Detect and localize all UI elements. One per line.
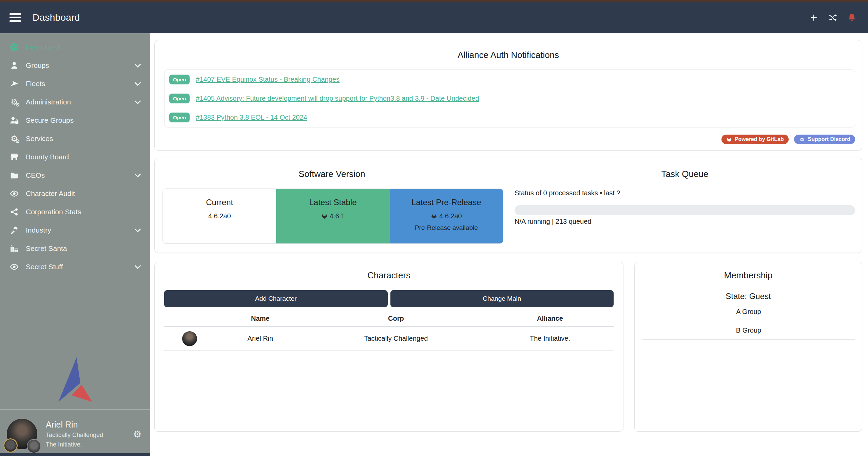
discord-icon bbox=[799, 137, 805, 142]
gitlab-badge-label: Powered by GitLab bbox=[735, 136, 784, 142]
bell-icon[interactable] bbox=[847, 13, 856, 22]
sidebar-item-bounty-board[interactable]: Bounty Board bbox=[0, 148, 150, 166]
sidebar-item-fleets[interactable]: Fleets bbox=[0, 75, 150, 93]
change-main-button[interactable]: Change Main bbox=[390, 290, 614, 307]
membership-title: Membership bbox=[635, 270, 862, 281]
chevron-down-icon bbox=[133, 61, 142, 70]
sidebar-item-administration[interactable]: ⚙⚙ Administration bbox=[0, 93, 150, 111]
notification-link[interactable]: #1407 EVE Equinox Status - Breaking Chan… bbox=[196, 76, 340, 83]
store-icon bbox=[9, 152, 20, 162]
task-queue-title: Task Queue bbox=[515, 169, 855, 179]
chevron-down-icon bbox=[133, 262, 142, 271]
version-box-stable: Latest Stable 4.6.1 bbox=[276, 189, 389, 243]
sidebar-item-label: Bounty Board bbox=[26, 153, 142, 161]
sidebar-item-label: Character Audit bbox=[26, 190, 142, 198]
task-queue-summary: N/A running | 213 queued bbox=[515, 218, 591, 225]
list-item: Open #1407 EVE Equinox Status - Breaking… bbox=[165, 70, 855, 89]
corp-logo-badge bbox=[3, 438, 18, 453]
gauge-icon bbox=[9, 42, 20, 52]
sidebar-item-label: Groups bbox=[26, 61, 133, 70]
version-box-prerelease: Latest Pre-Release 4.6.2a0 Pre-Release a… bbox=[390, 189, 503, 243]
hammer-icon bbox=[9, 225, 20, 235]
status-badge: Open bbox=[169, 75, 190, 84]
table-row: Ariel Rin Tactically Challenged The Init… bbox=[164, 327, 614, 351]
column-header-corp: Corp bbox=[306, 315, 486, 322]
column-header-alliance: Alliance bbox=[486, 315, 614, 322]
user-alliance: The Initiative. bbox=[46, 441, 82, 448]
characters-card: Characters Add Character Change Main Nam… bbox=[154, 262, 623, 432]
sidebar-item-secret-stuff[interactable]: Secret Stuff bbox=[0, 258, 150, 276]
page-title: Dashboard bbox=[33, 12, 80, 23]
notifications-card: Alliance Auth Notifications Open #1407 E… bbox=[154, 40, 862, 151]
gear-icon[interactable]: ⚙ bbox=[133, 430, 141, 439]
character-alliance: The Initiative. bbox=[486, 335, 614, 342]
software-version-card: Software Version Current 4.6.2a0 Latest … bbox=[154, 158, 862, 253]
chevron-down-icon bbox=[133, 79, 142, 88]
notification-link[interactable]: #1383 Python 3.8 EOL - 14 Oct 2024 bbox=[196, 114, 307, 121]
alliance-logo bbox=[54, 357, 96, 403]
gitlab-icon bbox=[321, 213, 328, 219]
characters-title: Characters bbox=[155, 270, 623, 281]
notifications-list: Open #1407 EVE Equinox Status - Breaking… bbox=[164, 70, 855, 127]
version-boxes: Current 4.6.2a0 Latest Stable 4.6.1 Late… bbox=[162, 189, 503, 244]
sidebar-item-services[interactable]: ⚙⚙ Services bbox=[0, 130, 150, 148]
notification-link[interactable]: #1405 Advisory: Future development will … bbox=[196, 95, 479, 102]
alliance-logo-badge bbox=[27, 439, 41, 453]
sidebar-item-corporation-stats[interactable]: Corporation Stats bbox=[0, 203, 150, 221]
notifications-title: Alliance Auth Notifications bbox=[155, 50, 862, 60]
characters-table: Name Corp Alliance Ariel Rin Tactically … bbox=[164, 311, 614, 351]
chevron-down-icon bbox=[133, 226, 142, 235]
sidebar-item-label: Corporation Stats bbox=[26, 208, 142, 216]
menu-toggle-icon[interactable] bbox=[9, 13, 21, 22]
sidebar-item-label: Administration bbox=[26, 98, 133, 106]
eye-icon bbox=[9, 262, 20, 272]
sidebar-item-label: CEOs bbox=[26, 171, 133, 179]
top-navbar: Dashboard bbox=[0, 2, 868, 33]
task-queue-progress-bar bbox=[515, 205, 855, 215]
gitlab-icon bbox=[431, 213, 437, 219]
task-queue-status: Status of 0 processed tasks • last ? bbox=[515, 189, 620, 197]
list-item: Open #1405 Advisory: Future development … bbox=[165, 89, 855, 108]
character-portrait bbox=[182, 331, 197, 346]
list-item: A Group bbox=[642, 302, 855, 321]
gears-icon: ⚙⚙ bbox=[9, 97, 20, 107]
chevron-down-icon bbox=[133, 171, 142, 180]
user-panel: Ariel Rin Tactically Challenged The Init… bbox=[0, 412, 150, 456]
sidebar-item-secure-groups[interactable]: Secure Groups bbox=[0, 111, 150, 130]
membership-state: State: Guest bbox=[635, 292, 862, 301]
user-corp: Tactically Challenged bbox=[46, 432, 103, 439]
sidebar-item-dashboard[interactable]: Dashboard bbox=[0, 38, 150, 56]
sidebar-footer-strip bbox=[0, 453, 150, 456]
sidebar: Dashboard Groups Fleets ⚙⚙ Administratio… bbox=[0, 33, 150, 456]
table-header-row: Name Corp Alliance bbox=[164, 311, 614, 327]
sidebar-item-label: Secret Santa bbox=[26, 244, 142, 253]
sidebar-item-secret-santa[interactable]: Secret Santa bbox=[0, 239, 150, 258]
sidebar-item-ceos[interactable]: CEOs bbox=[0, 166, 150, 184]
discord-badge[interactable]: Support Discord bbox=[794, 135, 855, 144]
user-name: Ariel Rin bbox=[46, 420, 78, 430]
add-character-icon[interactable] bbox=[809, 13, 818, 22]
character-corp: Tactically Challenged bbox=[306, 335, 486, 342]
column-header-name: Name bbox=[215, 315, 306, 322]
sidebar-item-character-audit[interactable]: Character Audit bbox=[0, 184, 150, 203]
membership-card: Membership State: Guest A Group B Group bbox=[634, 262, 862, 432]
shuffle-character-icon[interactable] bbox=[828, 13, 837, 22]
discord-badge-label: Support Discord bbox=[808, 136, 850, 142]
folder-icon bbox=[9, 170, 20, 180]
sidebar-item-label: Industry bbox=[26, 226, 133, 234]
character-name: Ariel Rin bbox=[215, 335, 306, 342]
eye-icon bbox=[9, 189, 20, 199]
gitlab-badge[interactable]: Powered by GitLab bbox=[721, 135, 789, 144]
sidebar-item-industry[interactable]: Industry bbox=[0, 221, 150, 239]
share-icon bbox=[9, 207, 20, 217]
sidebar-item-label: Dashboard bbox=[26, 43, 142, 51]
user-icon bbox=[9, 60, 20, 71]
sidebar-item-label: Services bbox=[26, 135, 142, 143]
gears-icon: ⚙⚙ bbox=[9, 134, 20, 144]
add-character-button[interactable]: Add Character bbox=[164, 290, 388, 307]
sidebar-divider bbox=[0, 409, 150, 410]
ship-icon bbox=[9, 79, 20, 89]
status-badge: Open bbox=[169, 113, 190, 122]
list-item: Open #1383 Python 3.8 EOL - 14 Oct 2024 bbox=[165, 108, 855, 127]
sidebar-item-groups[interactable]: Groups bbox=[0, 56, 150, 75]
